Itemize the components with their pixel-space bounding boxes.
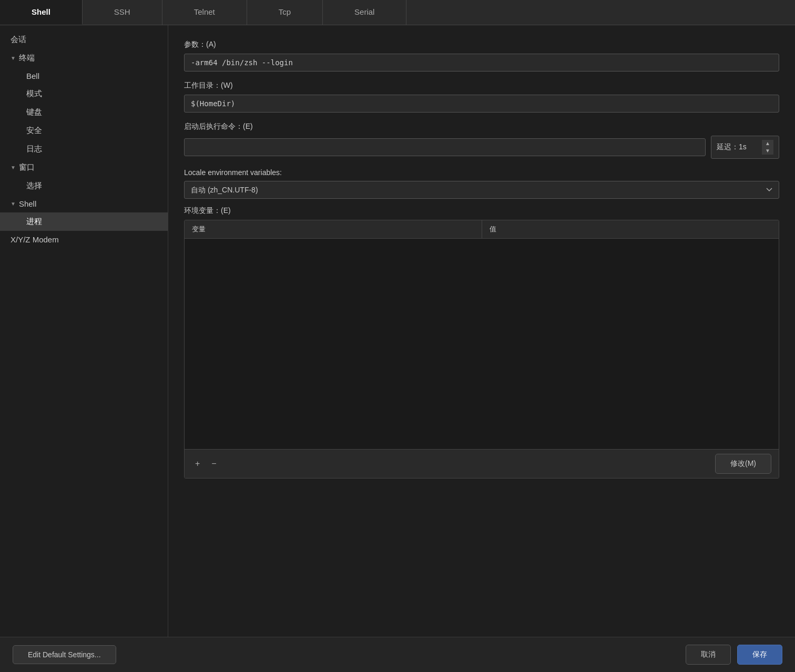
anquan-label: 安全 <box>26 126 42 136</box>
tab-serial[interactable]: Serial <box>323 0 406 25</box>
jincheng-label: 进程 <box>26 217 42 227</box>
locale-label: Locale environment variables: <box>184 168 779 177</box>
jianpan-label: 键盘 <box>26 107 42 117</box>
sidebar-item-xuanze[interactable]: 选择 <box>0 177 168 195</box>
bottom-right: 取消 保存 <box>686 645 782 665</box>
workdir-label: 工作目录：(W) <box>184 81 779 90</box>
sidebar-item-rizhi[interactable]: 日志 <box>0 140 168 158</box>
sidebar-item-zhongduan[interactable]: ▼ 终端 <box>0 49 168 67</box>
save-button[interactable]: 保存 <box>737 645 782 665</box>
tab-shell[interactable]: Shell <box>0 0 83 25</box>
startup-cmd-label: 启动后执行命令：(E) <box>184 122 779 131</box>
content-panel: 参数：(A) 工作目录：(W) 启动后执行命令：(E) 延迟：1s ▲ ▼ Lo… <box>168 25 795 637</box>
rizhi-label: 日志 <box>26 144 42 154</box>
moshi-label: 模式 <box>26 89 42 99</box>
col-val-header: 值 <box>482 220 779 238</box>
sidebar-item-jincheng[interactable]: 进程 <box>0 212 168 231</box>
shell-section-chevron: ▼ <box>11 201 16 207</box>
chuangkou-chevron: ▼ <box>11 165 16 170</box>
bottom-bar: Edit Default Settings... 取消 保存 <box>0 637 795 672</box>
add-env-btn[interactable]: + <box>192 459 203 469</box>
tab-bar: Shell SSH Telnet Tcp Serial <box>0 0 795 25</box>
sidebar-item-anquan[interactable]: 安全 <box>0 121 168 140</box>
bell-label: Bell <box>26 72 39 80</box>
env-table-footer: + − 修改(M) <box>185 449 779 478</box>
sidebar-item-shell-section[interactable]: ▼ Shell <box>0 195 168 212</box>
main-area: 会话 ▼ 终端 Bell 模式 键盘 安全 日志 ▼ 窗口 选择 ▼ She <box>0 25 795 637</box>
sidebar-item-huihua[interactable]: 会话 <box>0 30 168 49</box>
startup-cmd-row: 延迟：1s ▲ ▼ <box>184 136 779 159</box>
sidebar-item-moshi[interactable]: 模式 <box>0 85 168 103</box>
huihua-label: 会话 <box>11 35 26 45</box>
delay-up-btn[interactable]: ▲ <box>762 140 773 147</box>
workdir-input[interactable] <box>184 95 779 113</box>
env-table: 变量 值 + − 修改(M) <box>184 220 779 478</box>
modify-btn[interactable]: 修改(M) <box>715 454 771 474</box>
env-table-body[interactable] <box>185 239 779 449</box>
col-var-header: 变量 <box>185 220 482 238</box>
delay-spinner[interactable]: 延迟：1s ▲ ▼ <box>711 136 779 159</box>
sidebar-item-bell[interactable]: Bell <box>0 67 168 85</box>
tab-telnet[interactable]: Telnet <box>162 0 247 25</box>
modem-label: X/Y/Z Modem <box>11 235 59 244</box>
env-label: 环境变量：(E) <box>184 206 779 216</box>
sidebar-item-jianpan[interactable]: 键盘 <box>0 103 168 121</box>
startup-cmd-input[interactable] <box>184 138 706 156</box>
sidebar-item-modem[interactable]: X/Y/Z Modem <box>0 231 168 248</box>
params-label: 参数：(A) <box>184 40 779 49</box>
locale-select[interactable]: 自动 (zh_CN.UTF-8) <box>184 181 779 199</box>
sidebar: 会话 ▼ 终端 Bell 模式 键盘 安全 日志 ▼ 窗口 选择 ▼ She <box>0 25 168 637</box>
tab-tcp[interactable]: Tcp <box>247 0 323 25</box>
tab-ssh[interactable]: SSH <box>83 0 162 25</box>
edit-defaults-button[interactable]: Edit Default Settings... <box>13 645 116 664</box>
chuangkou-label: 窗口 <box>19 162 35 172</box>
delay-down-btn[interactable]: ▼ <box>762 147 773 155</box>
env-table-header: 变量 值 <box>185 220 779 239</box>
zhongduan-label: 终端 <box>19 53 35 63</box>
zhongduan-chevron: ▼ <box>11 55 16 61</box>
remove-env-btn[interactable]: − <box>208 459 219 469</box>
delay-value: 延迟：1s <box>717 142 747 152</box>
sidebar-item-chuangkou[interactable]: ▼ 窗口 <box>0 158 168 177</box>
shell-section-label: Shell <box>19 199 36 208</box>
xuanze-label: 选择 <box>26 181 42 191</box>
params-input[interactable] <box>184 54 779 72</box>
cancel-button[interactable]: 取消 <box>686 645 731 665</box>
